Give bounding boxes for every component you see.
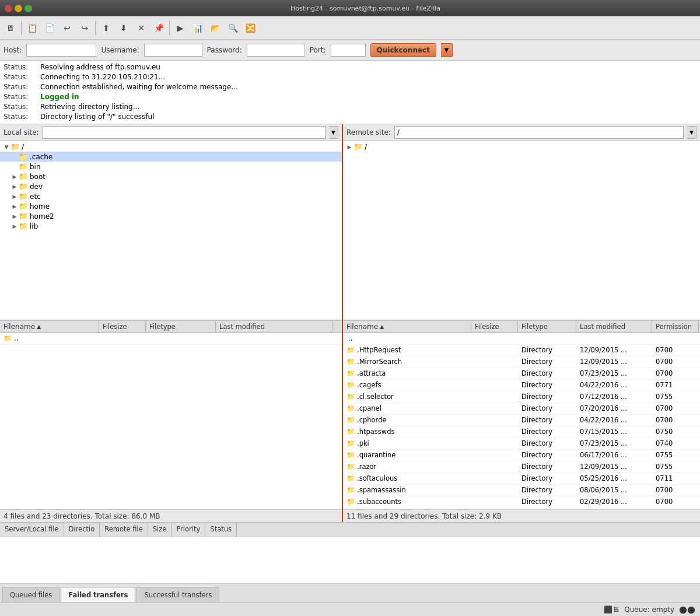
process-queue-button[interactable]: ▶	[172, 20, 188, 36]
remote-file-type: Directory	[518, 497, 576, 506]
quickconnect-button[interactable]: Quickconnect	[370, 43, 436, 57]
toggle-tree-button[interactable]: 📂	[207, 20, 223, 36]
quickconnect-dropdown[interactable]: ▼	[441, 43, 453, 57]
local-sitebar: Local site: ▼	[0, 124, 342, 141]
local-tree-item[interactable]: 📁 .cache	[0, 152, 342, 162]
username-input[interactable]	[144, 44, 202, 57]
remote-file-perm: 0700	[652, 404, 699, 413]
remote-col-permission[interactable]: Permission	[652, 321, 699, 332]
disconnect-button[interactable]: 📄	[41, 20, 58, 36]
remote-file-row[interactable]: ..	[343, 333, 700, 345]
local-file-row[interactable]: 📁..	[0, 333, 342, 345]
local-col-filename[interactable]: Filename ▲	[0, 321, 99, 332]
upload-button[interactable]: ⬆	[98, 20, 114, 36]
remote-path-input[interactable]	[394, 126, 684, 139]
close-button[interactable]	[5, 5, 12, 12]
tab-queued-files[interactable]: Queued files	[2, 587, 60, 602]
file-icon: 📁	[346, 498, 355, 506]
remote-col-filename[interactable]: Filename ▲	[343, 321, 471, 332]
remote-site-label: Remote site:	[346, 128, 391, 136]
remote-file-row[interactable]: 📁.subaccounts Directory 02/29/2016 ... 0…	[343, 496, 700, 508]
remote-tree-item[interactable]: ▶ 📁 /	[343, 142, 700, 152]
remote-file-row[interactable]: 📁.HttpRequest Directory 12/09/2015 ... 0…	[343, 345, 700, 356]
remote-file-row[interactable]: 📁.spamassassin Directory 08/06/2015 ... …	[343, 485, 700, 496]
refresh-button[interactable]: ↪	[76, 20, 93, 36]
password-input[interactable]	[247, 44, 305, 57]
remote-file-row[interactable]: 📁.cphorde Directory 04/22/2016 ... 0700 …	[343, 415, 700, 426]
minimize-button[interactable]	[15, 5, 22, 12]
remote-file-row[interactable]: 📁.softaculous Directory 05/25/2016 ... 0…	[343, 473, 700, 485]
remote-file-row[interactable]: 📁.pki Directory 07/23/2015 ... 0740 1989…	[343, 438, 700, 450]
remote-file-row[interactable]: 📁.attracta Directory 07/23/2015 ... 0700…	[343, 368, 700, 380]
file-icon: 📁	[346, 451, 355, 459]
remote-col-filesize[interactable]: Filesize	[471, 321, 518, 332]
tree-item-label: bin	[30, 163, 41, 171]
local-col-filetype[interactable]: Filetype	[146, 321, 216, 332]
new-site-button[interactable]: 🖥	[2, 20, 19, 36]
local-col-lastmod[interactable]: Last modified	[216, 321, 332, 332]
remote-file-type: Directory	[518, 357, 576, 366]
remote-file-size	[471, 501, 518, 502]
remote-file-size	[471, 408, 518, 409]
transfer-col-header[interactable]: Size	[148, 523, 172, 537]
abort-button[interactable]: ✕	[133, 20, 149, 36]
local-tree-item[interactable]: ▶ 📁 boot	[0, 172, 342, 181]
local-tree-item[interactable]: ▶ 📁 lib	[0, 221, 342, 231]
local-tree-item[interactable]: ▶ 📁 home2	[0, 211, 342, 221]
remote-file-list[interactable]: .. 📁.HttpRequest Directory 12/09/2015 ..…	[343, 333, 700, 510]
local-path-dropdown[interactable]: ▼	[329, 126, 338, 139]
local-tree-item[interactable]: ▼ 📁 /	[0, 142, 342, 152]
remote-file-row[interactable]: 📁.cl.selector Directory 07/12/2016 ... 0…	[343, 391, 700, 403]
status-line: Status: Retrieving directory listing...	[4, 102, 696, 112]
remote-tree[interactable]: ▶ 📁 /	[343, 141, 700, 320]
folder-icon: 📁	[19, 222, 28, 230]
local-tree-item[interactable]: 📁 bin	[0, 162, 342, 172]
remote-file-perm	[652, 338, 699, 339]
download-button[interactable]: ⬇	[116, 20, 132, 36]
remote-file-row[interactable]: 📁.quarantine Directory 06/17/2016 ... 07…	[343, 450, 700, 461]
transfer-col-header[interactable]: Directio	[64, 523, 100, 537]
window-controls[interactable]	[5, 5, 32, 12]
local-tree-item[interactable]: ▶ 📁 etc	[0, 191, 342, 201]
add-files-button[interactable]: 📌	[150, 20, 167, 36]
remote-file-size	[471, 384, 518, 386]
remote-file-mod: 12/09/2015 ...	[576, 345, 652, 355]
host-input[interactable]	[26, 44, 96, 57]
local-col-filesize[interactable]: Filesize	[99, 321, 146, 332]
reconnect-button[interactable]: 📋	[24, 20, 40, 36]
remote-file-row[interactable]: 📁.cagefs Directory 04/22/2016 ... 0771 1…	[343, 380, 700, 391]
transfer-col-header[interactable]: Priority	[172, 523, 205, 537]
remote-file-name: 📁.subaccounts	[343, 497, 471, 506]
filter-button[interactable]: 🔍	[225, 20, 241, 36]
remote-file-type: Directory	[518, 392, 576, 401]
remote-col-lastmod[interactable]: Last modified	[576, 321, 652, 332]
remote-col-filetype[interactable]: Filetype	[518, 321, 576, 332]
remote-file-row[interactable]: 📁.MirrorSearch Directory 12/09/2015 ... …	[343, 356, 700, 368]
maximize-button[interactable]	[24, 5, 32, 12]
remote-file-perm: 0700	[652, 345, 699, 355]
local-tree[interactable]: ▼ 📁 / 📁 .cache 📁 bin▶ 📁 boot▶ 📁 dev▶ 📁 e…	[0, 141, 342, 320]
cancel-button[interactable]: ↩	[59, 20, 75, 36]
status-key: Status:	[4, 82, 36, 92]
tab-successful-transfers[interactable]: Successful transfers	[136, 587, 219, 602]
local-tree-item[interactable]: ▶ 📁 home	[0, 201, 342, 211]
local-sort-arrow: ▲	[37, 324, 41, 330]
transfer-col-header[interactable]: Server/Local file	[0, 523, 64, 537]
remote-file-row[interactable]: 📁.cpanel Directory 07/20/2016 ... 0700 1…	[343, 403, 700, 415]
status-line: Status: Connecting to 31.220.105.210:21.…	[4, 72, 696, 82]
local-tree-item[interactable]: ▶ 📁 dev	[0, 181, 342, 191]
port-input[interactable]	[331, 44, 366, 57]
transfer-col-header[interactable]: Status	[205, 523, 237, 537]
tab-failed-transfers[interactable]: Failed transfers	[61, 587, 135, 602]
local-file-list[interactable]: 📁..	[0, 333, 342, 510]
sep1	[21, 21, 22, 35]
status-line: Status: Resolving address of ftp.somuv.e…	[4, 62, 696, 72]
remote-path-dropdown[interactable]: ▼	[687, 126, 696, 139]
remote-file-name: ..	[343, 334, 471, 343]
remote-file-row[interactable]: 📁.htpasswds Directory 07/15/2015 ... 075…	[343, 426, 700, 438]
transfer-col-header[interactable]: Remote file	[100, 523, 148, 537]
toggle-log-button[interactable]: 📊	[190, 20, 206, 36]
local-path-input[interactable]	[43, 126, 326, 139]
compare-button[interactable]: 🔀	[242, 20, 258, 36]
remote-file-row[interactable]: 📁.razor Directory 12/09/2015 ... 0755 19…	[343, 461, 700, 473]
